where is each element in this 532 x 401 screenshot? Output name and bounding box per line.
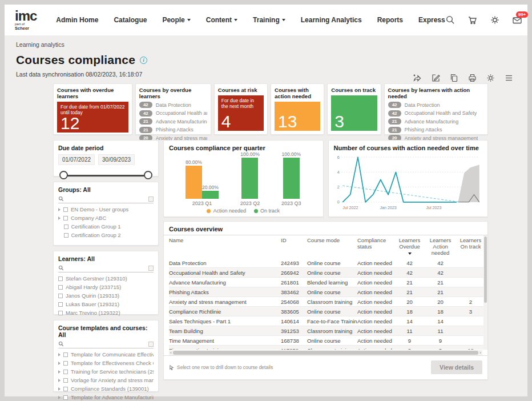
expand-all-icon[interactable] <box>148 197 154 202</box>
cart-icon[interactable] <box>467 15 478 25</box>
column-header-learners-overdue[interactable]: LearnersOverdue <box>397 235 424 258</box>
badge-list-item[interactable]: 21Advance Manufacturing <box>388 118 484 125</box>
expand-arrow-icon[interactable] <box>58 216 61 220</box>
nav-item-content[interactable]: Content <box>206 16 237 24</box>
expand-arrow-icon[interactable] <box>58 362 61 365</box>
column-header-id[interactable]: ID <box>281 235 307 258</box>
checkbox[interactable] <box>58 294 63 298</box>
checkbox[interactable] <box>63 207 68 212</box>
checkbox[interactable] <box>63 370 68 374</box>
checkbox[interactable] <box>63 395 68 400</box>
info-icon[interactable]: i <box>140 57 147 64</box>
checkbox[interactable] <box>58 302 63 307</box>
breadcrumb[interactable]: Learning analytics <box>16 41 527 48</box>
checkbox[interactable] <box>63 352 68 357</box>
table-row[interactable]: Phishing Attacks383462Online courseActio… <box>169 287 487 297</box>
view-details-button[interactable]: View details <box>431 360 482 374</box>
badge-list-item[interactable]: 42Occupational Health and Saf... <box>139 110 207 117</box>
learners-search-input[interactable] <box>58 265 154 272</box>
checkbox[interactable] <box>64 233 68 238</box>
filter-list-item[interactable]: Certification Group 2 <box>58 232 154 238</box>
date-range-slider[interactable] <box>59 171 152 180</box>
scrollbar-thumb[interactable] <box>173 351 479 355</box>
table-row[interactable]: Anxiety and stress management254068Class… <box>169 297 487 307</box>
table-vertical-scrollbar[interactable] <box>483 235 487 350</box>
notifications-mail-icon[interactable]: 99+ <box>512 15 522 25</box>
search-icon[interactable] <box>445 15 456 25</box>
bar-on-track[interactable] <box>202 191 219 199</box>
nav-item-learning-analytics[interactable]: Learning Analytics <box>301 16 362 24</box>
bar-action-needed[interactable] <box>186 166 202 199</box>
checkbox[interactable] <box>58 276 63 281</box>
date-from-input[interactable]: 01/07/2022 <box>58 154 95 165</box>
expand-arrow-icon[interactable] <box>58 370 61 374</box>
table-row[interactable]: Data Protection242493Online courseAction… <box>169 258 487 268</box>
checkbox[interactable] <box>58 311 63 315</box>
filter-list-item[interactable]: Certification Group 1 <box>58 223 154 230</box>
filter-list-item[interactable]: Template for Effectiveness Check Courses… <box>58 360 154 366</box>
nav-item-express[interactable]: Express <box>418 16 445 24</box>
line-chart-plot[interactable]: 0246Jul 2022Jan 2023Jul 2023 <box>334 151 483 212</box>
badge-list-item[interactable]: 42Data Protection <box>388 102 484 108</box>
filter-list-item[interactable]: Vorlage für Anxiety and stress managemen… <box>58 377 154 383</box>
checkbox[interactable] <box>63 387 68 391</box>
filter-list-item[interactable]: Janos Quirin (129313) <box>58 292 154 299</box>
groups-search-input[interactable] <box>58 196 154 203</box>
badge-list-item[interactable]: 42Occupational Health and Safety <box>388 110 484 117</box>
nav-item-training[interactable]: Training <box>253 16 285 24</box>
filter-list-item[interactable]: EN Demo - User groups <box>58 206 154 212</box>
checkbox[interactable] <box>58 285 63 290</box>
gear-icon[interactable] <box>490 15 500 25</box>
filter-list-item[interactable]: Template for Advance Manufacturing cour.… <box>58 394 154 400</box>
expand-all-icon[interactable] <box>148 342 154 347</box>
kpi-courses-at-risk[interactable]: Courses at risk For due date in the next… <box>214 83 268 135</box>
checkbox[interactable] <box>63 361 68 366</box>
menu-icon[interactable] <box>504 73 514 83</box>
kpi-courses-action-needed[interactable]: Courses with action needed 13 <box>271 83 324 135</box>
column-header-course-mode[interactable]: Course mode <box>307 235 357 258</box>
table-horizontal-scrollbar[interactable]: ‹ › <box>169 350 482 355</box>
kpi-courses-by-action-needed[interactable]: Courses by learners with action needed 4… <box>384 83 488 135</box>
kpi-courses-by-overdue[interactable]: Courses by overdue learners 42Data Prote… <box>135 83 211 135</box>
scroll-right-arrow[interactable]: › <box>478 350 482 355</box>
nav-item-people[interactable]: People <box>162 16 190 24</box>
checkbox[interactable] <box>63 216 68 220</box>
column-header-learners-on-track[interactable]: LearnersOn track <box>459 235 484 258</box>
table-row[interactable]: Compliance Richtlinie383605Online course… <box>169 307 487 316</box>
print-icon[interactable] <box>467 73 477 83</box>
kpi-courses-on-track[interactable]: Courses on track 3 <box>327 83 381 135</box>
nav-item-catalogue[interactable]: Catalogue <box>114 16 147 24</box>
kpi-courses-overdue-learners[interactable]: Courses with overdue learners For due da… <box>53 83 132 135</box>
nav-item-admin-home[interactable]: Admin Home <box>56 16 98 24</box>
badge-list-item[interactable]: 21Phishing Attacks <box>139 127 207 133</box>
column-header-compliance-status[interactable]: Compliancestatus <box>357 235 397 258</box>
filter-list-item[interactable]: Stefan Gerstner (129310) <box>58 275 154 282</box>
filter-list-item[interactable]: Compliance Standards (139001) <box>58 386 154 392</box>
badge-list-item[interactable]: 42Data Protection <box>139 102 207 108</box>
table-row[interactable]: Time Management168738Online courseAction… <box>169 336 487 346</box>
filter-list-item[interactable]: Training for Service technicians (291729… <box>58 368 154 375</box>
slider-handle-right[interactable] <box>144 171 152 179</box>
scroll-left-arrow[interactable]: ‹ <box>169 350 173 355</box>
nav-item-reports[interactable]: Reports <box>377 16 403 24</box>
filter-list-item[interactable]: Template for Communicate Effectively - E… <box>58 351 154 358</box>
slider-handle-left[interactable] <box>59 171 68 179</box>
edit-icon[interactable] <box>431 73 441 83</box>
expand-arrow-icon[interactable] <box>58 379 61 382</box>
bar-on-track[interactable] <box>283 158 300 199</box>
bar-chart-plot[interactable]: 80.00%20.00%2023 Q1100.00%2023 Q2100.00%… <box>169 151 318 206</box>
table-row[interactable]: Advance Manufacturing261801Blended learn… <box>169 278 487 287</box>
share-icon[interactable] <box>413 73 422 83</box>
expand-arrow-icon[interactable] <box>58 353 61 356</box>
badge-list-item[interactable]: 21Advance Manufacturing <box>139 118 207 125</box>
courses-search-input[interactable] <box>58 341 154 348</box>
filter-list-item[interactable]: Abigail Hardy (233715) <box>58 284 154 290</box>
filter-list-item[interactable]: Company ABC <box>58 215 154 221</box>
expand-arrow-icon[interactable] <box>58 387 61 391</box>
filter-list-item[interactable]: Marc Trevino (129322) <box>58 310 154 316</box>
imc-logo[interactable]: imc part of Scheer <box>15 10 37 31</box>
column-header-learners-action-needed[interactable]: LearnersAction needed <box>424 235 459 258</box>
checkbox[interactable] <box>63 378 68 383</box>
column-header-name[interactable]: Name <box>169 235 281 258</box>
date-to-input[interactable]: 30/09/2023 <box>98 154 135 165</box>
